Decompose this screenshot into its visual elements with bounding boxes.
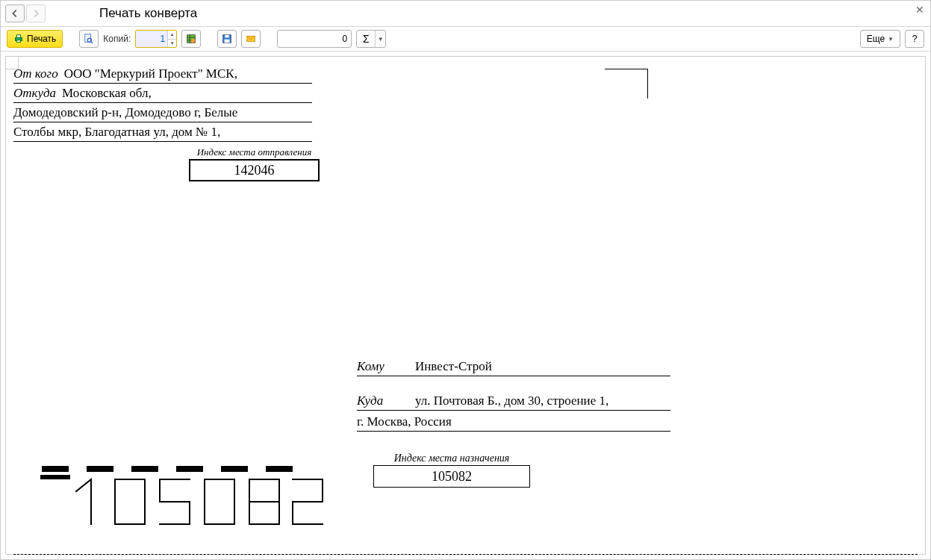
svg-rect-1 (16, 35, 20, 38)
nav-back-button[interactable] (5, 4, 25, 22)
sigma-icon: Σ (357, 31, 375, 47)
copies-label: Копий: (103, 34, 131, 44)
perforation-line (13, 554, 918, 555)
arrow-right-icon (31, 8, 41, 19)
sender-where-label: Откуда (13, 86, 56, 101)
chevron-down-icon: ▼ (888, 36, 894, 43)
arrow-left-icon (10, 8, 20, 19)
svg-rect-13 (225, 40, 230, 43)
copies-spinner[interactable]: ▲ ▼ (135, 30, 177, 48)
sender-index-value: 142046 (189, 159, 320, 181)
recipient-block: Кому Инвест-Строй Куда ул. Почтовая Б., … (357, 355, 670, 488)
sender-block: От кого ООО "Меркурий Проект" МСК, Откуд… (13, 64, 312, 181)
sum-button[interactable]: Σ ▼ (356, 30, 386, 48)
dest-index-value: 105082 (373, 465, 530, 488)
dash-mark (131, 466, 158, 472)
magnifier-icon (84, 34, 94, 44)
recipient-where-label: Куда (357, 393, 409, 408)
sum-dropdown[interactable]: ▼ (375, 31, 385, 47)
postal-code-digits (70, 478, 324, 527)
dest-index-caption: Индекс места назначения (373, 452, 530, 464)
toolbar: Печать Копий: ▲ ▼ Σ ▼ (1, 26, 930, 52)
window: Печать конверта ✕ Печать Копий: ▲ ▼ (0, 0, 931, 560)
svg-point-10 (191, 39, 195, 43)
stamp-corner-mark (603, 69, 648, 113)
dest-index-block: Индекс места назначения 105082 (373, 452, 530, 488)
postal-code-stencil (42, 466, 324, 531)
sender-where-value: Московская обл, (62, 86, 312, 101)
dash-mark (42, 466, 69, 472)
titlebar: Печать конверта ✕ (1, 1, 930, 26)
print-button[interactable]: Печать (7, 30, 63, 48)
preview-button[interactable] (79, 30, 99, 48)
sender-index-block: Индекс места отправления 142046 (189, 146, 320, 181)
floppy-icon (222, 34, 232, 44)
spin-down[interactable]: ▼ (168, 40, 176, 48)
settings-button[interactable] (181, 30, 201, 48)
from-label: От кого (13, 66, 58, 81)
close-button[interactable]: ✕ (915, 4, 924, 16)
svg-rect-2 (16, 40, 20, 43)
recipient-where-value: ул. Почтовая Б., дом 30, строение 1, (415, 393, 670, 408)
nav-forward-button[interactable] (26, 4, 46, 22)
window-title: Печать конверта (99, 1, 197, 26)
dash-mark (221, 466, 248, 472)
more-label: Еще (867, 34, 885, 44)
content-area: От кого ООО "Меркурий Проект" МСК, Откуд… (1, 52, 930, 559)
copies-input[interactable] (136, 31, 167, 47)
to-label: Кому (357, 359, 409, 374)
svg-rect-12 (225, 35, 229, 38)
to-value: Инвест-Строй (415, 359, 670, 374)
sender-addr-line3: Столбы мкр, Благодатная ул, дом № 1, (13, 125, 312, 140)
grid-icon (186, 34, 196, 44)
sum-field[interactable] (277, 30, 352, 48)
recipient-addr-line2: г. Москва, Россия (357, 414, 670, 429)
svg-line-5 (91, 42, 93, 44)
dash-mark (176, 466, 203, 472)
more-button[interactable]: Еще ▼ (860, 30, 900, 48)
envelope-icon (246, 34, 256, 44)
email-button[interactable] (241, 30, 261, 48)
printer-icon (13, 34, 24, 44)
spin-up[interactable]: ▲ (168, 31, 176, 40)
envelope-preview: От кого ООО "Меркурий Проект" МСК, Откуд… (5, 56, 926, 555)
from-value: ООО "Меркурий Проект" МСК, (64, 66, 312, 81)
save-button[interactable] (217, 30, 237, 48)
help-button[interactable]: ? (905, 30, 924, 48)
print-label: Печать (27, 34, 56, 44)
help-label: ? (912, 34, 918, 44)
sender-addr-line2: Домодедовский р-н, Домодедово г, Белые (13, 105, 312, 120)
dash-mark (87, 466, 113, 472)
sender-index-caption: Индекс места отправления (189, 146, 320, 158)
dash-mark (266, 466, 293, 472)
